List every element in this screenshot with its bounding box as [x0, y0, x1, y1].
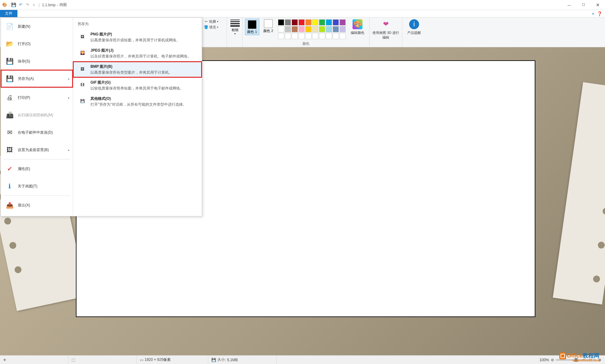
menu-properties[interactable]: ✔属性(E) — [1, 160, 73, 177]
menu-email[interactable]: ✉在电子邮件中发送(D) — [1, 124, 73, 141]
undo-icon[interactable]: ↶ — [18, 2, 23, 8]
palette-swatch[interactable] — [292, 26, 298, 32]
quick-access: 🎨 | 💾 ↶ ↷ ≡ | 1.1.bmp - 画图 — [0, 2, 69, 8]
palette-swatch[interactable] — [298, 33, 305, 39]
desktop-icon: 🖼 — [5, 145, 15, 155]
color1-button[interactable]: 颜色 1 — [245, 19, 259, 35]
menu-desktop[interactable]: 🖼设置为桌面背景(B)▸ — [1, 141, 73, 159]
menu-scanner: 📠从扫描仪或照相机(M) — [1, 106, 73, 124]
disk-icon: 💾 — [211, 358, 216, 362]
color-palette[interactable] — [277, 19, 346, 40]
chevron-down-icon: ▾ — [217, 20, 218, 23]
palette-swatch[interactable] — [285, 26, 291, 32]
palette-swatch[interactable] — [333, 33, 339, 39]
palette-swatch[interactable] — [298, 26, 305, 32]
qa-dropdown-icon[interactable]: ≡ — [33, 3, 35, 7]
status-filesize: 💾大小: 5.1MB — [208, 356, 277, 364]
edit-colors-button[interactable]: 🎨 编辑颜色 — [348, 19, 367, 35]
palette-swatch[interactable] — [339, 26, 346, 32]
palette-icon: 🎨 — [353, 19, 363, 29]
zoom-out-button[interactable]: ⊖ — [551, 358, 554, 362]
palette-swatch[interactable] — [339, 33, 346, 39]
ribbon-tabs: 文件 ʌ ❓ — [0, 10, 605, 17]
title-sep: | — [39, 3, 39, 7]
alerts-group: i 产品提醒 — [402, 17, 426, 47]
fill-dropdown[interactable]: 🪣填充 ▾ — [204, 25, 224, 30]
color2-swatch — [264, 19, 273, 28]
menu-save[interactable]: 💾保存(S) — [1, 53, 73, 70]
menu-open[interactable]: 📂打开(O) — [1, 35, 73, 53]
thickness-button[interactable]: 粗细 ▾ — [229, 19, 241, 35]
status-cursor: ✛ — [0, 356, 68, 364]
shape-options-group: ✏轮廓 ▾ 🪣填充 ▾ — [201, 17, 227, 47]
palette-swatch[interactable] — [312, 19, 318, 25]
palette-swatch[interactable] — [326, 26, 332, 32]
status-bar: ✛ ⬚ ▭1920 × 925像素 💾大小: 5.1MB 100% ⊖ ⊕ — [0, 355, 605, 364]
palette-swatch[interactable] — [278, 33, 284, 39]
palette-swatch[interactable] — [326, 33, 332, 39]
chevron-down-icon: ▾ — [229, 32, 241, 35]
palette-swatch[interactable] — [285, 19, 291, 25]
close-button[interactable]: ✕ — [591, 0, 605, 10]
qa-separator: | — [9, 3, 10, 7]
colors-group-label: 颜色 — [245, 41, 367, 46]
open-icon: 📂 — [5, 39, 15, 49]
chevron-right-icon: ▸ — [68, 77, 70, 81]
saveas-gif[interactable]: 🎞 GIF 图片(G)以较低质量保存简单绘图，并将其用于电子邮件或网络。 — [73, 77, 202, 94]
palette-swatch[interactable] — [285, 33, 291, 39]
palette-swatch[interactable] — [305, 19, 312, 25]
menu-saveas[interactable]: 💾另存为(A)▸ — [1, 70, 73, 87]
palette-swatch[interactable] — [305, 26, 312, 32]
menu-print[interactable]: 🖨打印(P)▸ — [1, 89, 73, 106]
palette-swatch[interactable] — [326, 19, 332, 25]
palette-swatch[interactable] — [292, 33, 298, 39]
palette-swatch[interactable] — [333, 26, 339, 32]
info-icon: ℹ — [5, 181, 15, 191]
palette-swatch[interactable] — [312, 26, 318, 32]
saveas-other[interactable]: 💾 其他格式(O)打开"另存为"对话框，从所有可能的文件类型中进行选择。 — [73, 94, 202, 110]
maximize-button[interactable]: ☐ — [576, 0, 591, 10]
color2-button[interactable]: 颜色 2 — [261, 19, 275, 33]
shape-options: ✏轮廓 ▾ 🪣填充 ▾ — [204, 19, 224, 30]
palette-swatch[interactable] — [278, 26, 284, 32]
menu-about[interactable]: ℹ关于画图(T) — [1, 177, 73, 195]
save-icon[interactable]: 💾 — [11, 2, 16, 8]
palette-swatch[interactable] — [292, 19, 298, 25]
menu-divider — [3, 159, 70, 159]
paint3d-button[interactable]: ❤ 使用画图 3D 进行编辑 — [372, 19, 399, 40]
palette-swatch[interactable] — [339, 19, 346, 25]
redo-icon[interactable]: ↷ — [25, 2, 30, 8]
outline-dropdown[interactable]: ✏轮廓 ▾ — [204, 19, 224, 24]
minimize-button[interactable]: — — [562, 0, 576, 10]
collapse-ribbon-icon[interactable]: ʌ — [590, 10, 596, 17]
check-icon: ✔ — [5, 164, 15, 174]
app-icon: 🎨 — [2, 2, 7, 8]
ribbon-visible: ✏轮廓 ▾ 🪣填充 ▾ 粗细 ▾ 颜色 1 颜色 2 — [201, 17, 605, 47]
file-tab[interactable]: 文件 — [0, 10, 17, 17]
palette-swatch[interactable] — [333, 19, 339, 25]
pencil-icon: ✏ — [204, 20, 208, 24]
palette-swatch[interactable] — [305, 33, 312, 39]
watermark: Office教程网 www.office26.com — [559, 352, 599, 362]
palette-swatch[interactable] — [298, 19, 305, 25]
saveas-png[interactable]: 🖼 PNG 图片(P)以高质量保存照片或绘图，并将其用于计算机或网络。 — [73, 29, 202, 45]
menu-new[interactable]: 📄新建(N) — [1, 18, 73, 35]
colors-group: 颜色 1 颜色 2 🎨 编辑颜色 颜色 — [242, 17, 370, 47]
bucket-icon: 🪣 — [204, 25, 208, 30]
saveas-bmp[interactable]: 🖼 BMP 图片(B)以高质量保存所有类型图片，并将其用于计算机。 — [73, 62, 202, 78]
color1-swatch — [248, 20, 256, 29]
saveas-jpeg[interactable]: 🌄 JPEG 图片(J)以良好质量保存照片，并将其用于计算机、电子邮件或网络。 — [73, 45, 202, 62]
title-bar: 🎨 | 💾 ↶ ↷ ≡ | 1.1.bmp - 画图 — ☐ ✕ — [0, 0, 605, 10]
paint3d-group: ❤ 使用画图 3D 进行编辑 — [370, 17, 402, 47]
palette-swatch[interactable] — [319, 26, 325, 32]
palette-swatch[interactable] — [312, 33, 318, 39]
palette-swatch[interactable] — [319, 19, 325, 25]
bmp-icon: 🖼 — [77, 64, 87, 74]
palette-swatch[interactable] — [278, 19, 284, 25]
window-title-app: 画图 — [59, 2, 67, 7]
alerts-button[interactable]: i 产品提醒 — [405, 19, 423, 35]
print-icon: 🖨 — [5, 93, 15, 103]
palette-swatch[interactable] — [319, 33, 325, 39]
menu-exit[interactable]: 📤退出(X) — [1, 196, 73, 214]
help-icon[interactable]: ❓ — [596, 10, 603, 17]
